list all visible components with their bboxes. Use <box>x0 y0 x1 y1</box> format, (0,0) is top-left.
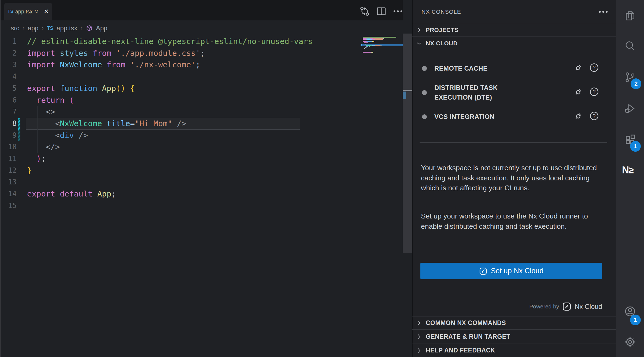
code-line[interactable]: 3import NxWelcome from './nx-welcome'; <box>0 59 403 71</box>
code-text: // eslint-disable-next-line @typescript-… <box>27 36 313 48</box>
nx-cloud-logo-icon <box>479 267 487 275</box>
setup-nx-cloud-button[interactable]: Set up Nx Cloud <box>420 263 602 279</box>
code-line[interactable]: 10 </> <box>0 141 403 153</box>
accounts-badge: 1 <box>630 315 641 325</box>
line-number: 14 <box>0 188 17 200</box>
code-line[interactable]: 6 return ( <box>0 94 403 106</box>
line-number: 13 <box>0 176 17 188</box>
source-control-badge: 2 <box>631 78 641 89</box>
settings-gear-icon[interactable] <box>624 336 636 348</box>
help-question-icon[interactable]: ? <box>589 63 599 72</box>
line-number: 4 <box>0 71 17 83</box>
section-help-and-feedback[interactable]: HELP AND FEEDBACK <box>412 344 616 357</box>
code-text: <> <box>27 106 55 118</box>
code-line[interactable]: 7 <> <box>0 106 403 118</box>
more-actions-icon[interactable] <box>392 5 404 17</box>
cloud-item-vcs-integration: VCS INTEGRATION <box>434 112 525 122</box>
status-dot <box>422 114 427 119</box>
minimap-current-line-marker <box>361 44 362 46</box>
help-question-icon[interactable]: ? <box>589 87 599 97</box>
code-line[interactable]: 15 <box>0 200 403 212</box>
breadcrumb: src › app › TS app.tsx › App <box>1 20 403 36</box>
run-debug-icon[interactable] <box>624 102 636 115</box>
breadcrumb-symbol[interactable]: App <box>96 24 108 32</box>
code-text: <div /> <box>27 130 88 141</box>
code-text: ); <box>27 153 46 165</box>
section-projects[interactable]: PROJECTS <box>412 23 616 37</box>
help-question-icon[interactable]: ? <box>589 111 599 121</box>
breadcrumb-folder[interactable]: src <box>11 24 19 32</box>
symbol-cube-icon <box>86 25 93 32</box>
code-text: </> <box>27 141 60 153</box>
line-number: 7 <box>0 106 17 118</box>
svg-text:?: ? <box>593 65 595 71</box>
code-line[interactable]: 11 ); <box>0 153 403 165</box>
breadcrumb-file[interactable]: app.tsx <box>57 24 77 32</box>
minimap-line <box>363 42 368 43</box>
connect-plug-icon[interactable] <box>574 87 583 97</box>
code-line[interactable]: 13 <box>0 176 403 188</box>
line-number: 9 <box>0 130 17 141</box>
svg-text:?: ? <box>593 113 595 119</box>
tab-app-tsx[interactable]: TS app.tsx M ✕ <box>4 3 52 20</box>
line-number: 11 <box>0 153 17 165</box>
chevron-right-icon <box>416 319 423 326</box>
search-icon[interactable] <box>624 40 636 52</box>
overview-ruler-modified-mark <box>403 92 406 99</box>
breadcrumb-folder[interactable]: app <box>28 24 38 32</box>
open-changes-icon[interactable] <box>359 5 371 17</box>
workspace-status-text: Your workspace is not currently set up t… <box>421 163 603 193</box>
setup-suggestion-text: Set up your workspace to use the Nx Clou… <box>421 211 603 231</box>
extensions-badge: 1 <box>630 141 641 152</box>
nx-console-icon[interactable]: N≥ <box>622 165 633 176</box>
minimap-line <box>363 52 373 53</box>
editor-scrollbar[interactable] <box>403 34 412 253</box>
explorer-icon[interactable] <box>624 9 636 22</box>
code-line[interactable]: 1// eslint-disable-next-line @typescript… <box>0 36 403 48</box>
code-line[interactable]: 2import styles from './app.module.css'; <box>0 48 403 59</box>
line-number: 5 <box>0 83 17 94</box>
minimap-line <box>363 41 375 42</box>
connect-plug-icon[interactable] <box>574 111 583 121</box>
split-editor-icon[interactable] <box>375 5 387 17</box>
typescript-file-icon: TS <box>8 9 13 14</box>
panel-more-actions-icon[interactable] <box>597 6 609 18</box>
section-generate-run-target[interactable]: GENERATE & RUN TARGET <box>412 329 616 344</box>
code-line[interactable]: 4 <box>0 71 403 83</box>
minimap-line <box>363 45 382 46</box>
section-label: PROJECTS <box>426 27 459 34</box>
minimap-line <box>363 48 365 49</box>
code-line[interactable]: 8 <NxWelcome title="Hi Mom" /> <box>0 118 403 130</box>
cloud-item-remote-cache: REMOTE CACHE <box>434 64 525 73</box>
activity-bar <box>616 0 644 357</box>
chevron-right-icon: › <box>80 25 82 32</box>
git-modified-badge: M <box>34 9 38 14</box>
setup-button-label: Set up Nx Cloud <box>491 267 544 275</box>
code-text: import NxWelcome from './nx-welcome'; <box>27 59 200 71</box>
connect-plug-icon[interactable] <box>574 63 583 72</box>
status-dot <box>422 66 427 71</box>
chevron-right-icon <box>416 27 423 34</box>
powered-by-label: Powered by <box>529 303 559 310</box>
line-number: 8 <box>0 118 17 130</box>
code-line[interactable]: 5export function App() { <box>0 83 403 94</box>
minimap-line <box>363 50 363 50</box>
tab-bar: TS app.tsx M ✕ <box>1 0 403 20</box>
svg-text:?: ? <box>593 89 595 95</box>
close-tab-icon[interactable]: ✕ <box>44 9 49 14</box>
panel-divider <box>420 142 607 143</box>
code-line[interactable]: 14export default App; <box>0 188 403 200</box>
section-nx-cloud[interactable]: NX CLOUD <box>412 37 616 50</box>
minimap-line <box>363 47 367 48</box>
minimap-line <box>363 37 396 38</box>
code-line[interactable]: 9 <div /> <box>0 130 403 141</box>
line-number: 15 <box>0 200 17 212</box>
line-number: 1 <box>0 36 17 48</box>
cloud-item-dte: DISTRIBUTED TASK EXECUTION (DTE) <box>434 83 520 102</box>
section-common-nx-commands[interactable]: COMMON NX COMMANDS <box>412 316 616 329</box>
code-text: import styles from './app.module.css'; <box>27 48 205 59</box>
nx-cloud-logo-icon <box>562 302 571 311</box>
section-label: COMMON NX COMMANDS <box>426 319 506 327</box>
line-number: 12 <box>0 165 17 177</box>
code-line[interactable]: 12} <box>0 165 403 177</box>
